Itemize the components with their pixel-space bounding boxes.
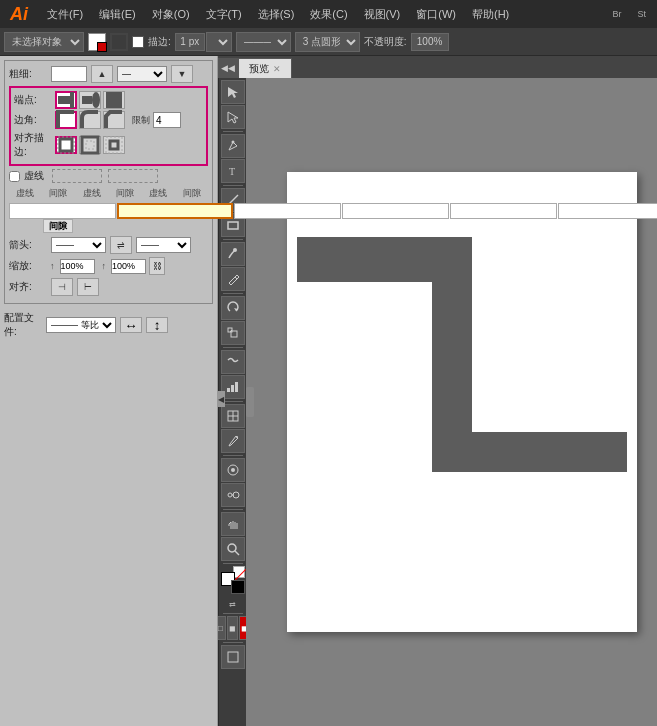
menu-file[interactable]: 文件(F) <box>40 5 90 24</box>
scale-link-btn[interactable]: ⛓ <box>149 257 165 275</box>
fill-color[interactable] <box>88 33 106 51</box>
menu-object[interactable]: 对象(O) <box>145 5 197 24</box>
scale-tool-btn[interactable] <box>221 321 245 345</box>
align-btn-2[interactable]: ⊢ <box>77 278 99 296</box>
menu-select[interactable]: 选择(S) <box>251 5 302 24</box>
drawing-mode-btn[interactable]: ◼ <box>227 616 238 640</box>
warp-tool-btn[interactable] <box>221 350 245 374</box>
pencil-tool-btn[interactable] <box>221 267 245 291</box>
weight-input[interactable] <box>51 66 87 82</box>
svg-rect-24 <box>235 382 238 392</box>
scale-row: 缩放: ↑ ↑ ⛓ <box>9 257 208 275</box>
corner-bevel-btn[interactable] <box>103 111 125 129</box>
tool-sep-8 <box>223 509 243 510</box>
gap-input-3[interactable] <box>558 203 657 219</box>
dash-input-1[interactable] <box>9 203 116 219</box>
align-label: 对齐: <box>9 280 47 294</box>
menu-view[interactable]: 视图(V) <box>357 5 408 24</box>
zoom-tool-btn[interactable] <box>221 537 245 561</box>
align-center-btn[interactable] <box>55 136 77 154</box>
brush-select[interactable]: 3 点圆形 <box>295 32 360 52</box>
stroke-style-select[interactable]: ——— 等比 <box>236 32 291 52</box>
endcap-buttons <box>55 91 125 109</box>
profile-select[interactable]: ——— 等比 <box>46 317 116 333</box>
weight-row: 粗细: ▲ — ▼ <box>9 65 208 83</box>
symbol-tool-btn[interactable] <box>221 458 245 482</box>
scale-input-1[interactable] <box>60 259 95 274</box>
align-outside-btn[interactable] <box>103 136 125 154</box>
dash-input-2[interactable] <box>234 203 341 219</box>
arrow-end-select[interactable]: —— <box>136 237 191 253</box>
weight-up-btn[interactable]: ▲ <box>91 65 113 83</box>
align-stroke-label: 对齐描边: <box>14 131 52 159</box>
tab-preview[interactable]: 预览 ✕ <box>238 58 292 78</box>
stroke-unit-select[interactable]: px <box>206 32 232 52</box>
svg-rect-10 <box>106 137 122 153</box>
endcap-square-btn[interactable] <box>103 91 125 109</box>
swap-colors-btn[interactable]: ⇄ <box>221 597 245 611</box>
dash-input-3[interactable] <box>450 203 557 219</box>
menu-help[interactable]: 帮助(H) <box>465 5 516 24</box>
gap-input-1[interactable] <box>117 203 233 219</box>
scale-label: 缩放: <box>9 259 47 273</box>
bg-color-swatch[interactable] <box>231 580 245 594</box>
menu-text[interactable]: 文字(T) <box>199 5 249 24</box>
blend-tool-btn[interactable] <box>221 483 245 507</box>
rotate-tool-btn[interactable] <box>221 296 245 320</box>
gap-active-area: 间隙 <box>9 220 208 233</box>
svg-point-13 <box>231 141 234 144</box>
stock-icon[interactable]: St <box>630 7 653 21</box>
corner-miter-btn[interactable] <box>55 111 77 129</box>
gap-input-2[interactable] <box>342 203 449 219</box>
normal-mode-btn[interactable]: □ <box>218 616 226 640</box>
canvas-page <box>287 172 637 632</box>
tool-sep-5 <box>223 347 243 348</box>
endcap-row: 端点: <box>14 91 203 109</box>
weight-dropdown[interactable]: ▼ <box>171 65 193 83</box>
endcap-butt-btn[interactable] <box>55 91 77 109</box>
endcap-round-btn[interactable] <box>79 91 101 109</box>
svg-point-28 <box>236 436 238 438</box>
panel-toggle-btn[interactable]: ◀◀ <box>218 58 238 78</box>
selection-tool-btn[interactable] <box>221 80 245 104</box>
stroke-label: 描边: <box>148 35 171 49</box>
tab-close-btn[interactable]: ✕ <box>273 64 281 74</box>
align-row: 对齐: ⊣ ⊢ <box>9 278 208 296</box>
direct-select-tool-btn[interactable] <box>221 105 245 129</box>
align-btn-1[interactable]: ⊣ <box>51 278 73 296</box>
corner-row: 边角: 限制 <box>14 111 203 129</box>
menu-effect[interactable]: 效果(C) <box>303 5 354 24</box>
type-tool-btn[interactable]: T <box>221 159 245 183</box>
profile-flip-y-btn[interactable]: ↕ <box>146 317 168 333</box>
dash-h1: 虚线 <box>9 186 41 200</box>
limit-input[interactable] <box>153 112 181 128</box>
scale-input-2[interactable] <box>111 259 146 274</box>
pen-tool-btn[interactable] <box>221 134 245 158</box>
panel-collapse-arrow[interactable]: ◀ <box>217 391 225 407</box>
eyedropper-tool-btn[interactable] <box>221 429 245 453</box>
dashed-label: 虚线 <box>24 169 44 183</box>
arrow-swap-btn[interactable]: ⇌ <box>110 236 132 254</box>
corner-label: 边角: <box>14 113 52 127</box>
menu-edit[interactable]: 编辑(E) <box>92 5 143 24</box>
profile-flip-x-btn[interactable]: ↔ <box>120 317 142 333</box>
arrow-start-select[interactable]: —— <box>51 237 106 253</box>
dashed-checkbox[interactable] <box>9 171 20 182</box>
object-selector[interactable]: 未选择对象 <box>4 32 84 52</box>
screen-mode-btn[interactable] <box>221 645 245 669</box>
stroke-color[interactable] <box>110 33 128 51</box>
mesh-tool-btn[interactable] <box>221 404 245 428</box>
svg-rect-8 <box>86 141 94 149</box>
dash-h6: 间隙 <box>176 186 208 200</box>
svg-rect-16 <box>228 222 238 229</box>
bridge-icon[interactable]: Br <box>605 7 628 21</box>
stroke-width-input[interactable] <box>175 33 205 51</box>
corner-round-btn[interactable] <box>79 111 101 129</box>
weight-profile[interactable]: — <box>117 66 167 82</box>
menu-window[interactable]: 窗口(W) <box>409 5 463 24</box>
opacity-input[interactable] <box>411 33 449 51</box>
paintbrush-tool-btn[interactable] <box>221 242 245 266</box>
svg-rect-22 <box>227 388 230 392</box>
hand-tool-btn[interactable] <box>221 512 245 536</box>
align-inside-btn[interactable] <box>79 136 101 154</box>
